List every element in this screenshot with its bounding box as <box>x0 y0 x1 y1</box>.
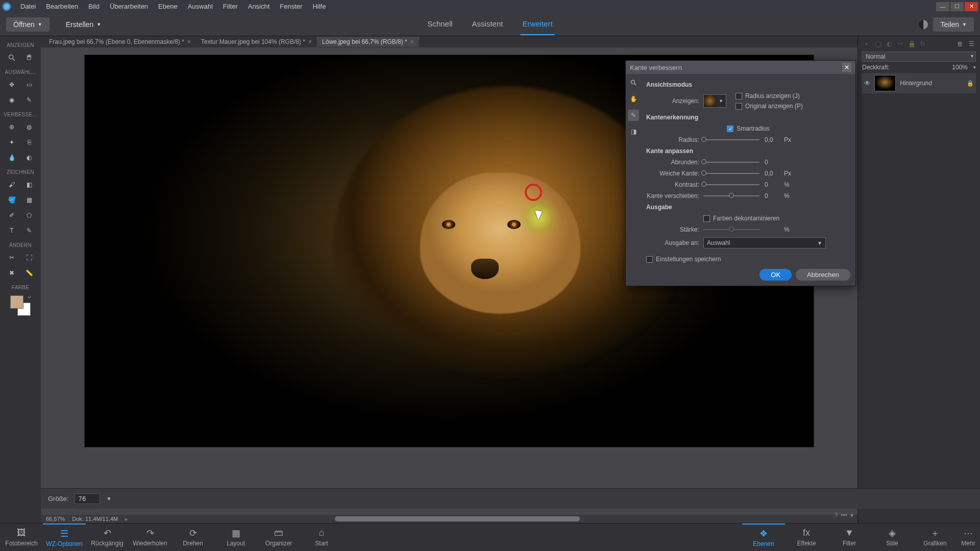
move-tool-icon[interactable]: ✥ <box>5 78 19 91</box>
home-button[interactable]: ⌂Start <box>300 523 343 552</box>
chevron-right-icon[interactable]: ▸ <box>125 516 128 522</box>
maximize-button[interactable]: ☐ <box>950 2 964 11</box>
ok-button[interactable]: OK <box>760 269 792 281</box>
scrollbar-thumb[interactable] <box>335 516 580 521</box>
menu-filter[interactable]: Filter <box>218 3 243 10</box>
feather-slider[interactable] <box>703 173 760 174</box>
marquee-tool-icon[interactable]: ▭ <box>22 78 36 91</box>
lasso-tool-icon[interactable]: ◉ <box>5 93 19 107</box>
size-input[interactable] <box>75 493 100 504</box>
chevron-down-icon[interactable]: ▼ <box>106 496 111 502</box>
contrast-slider[interactable] <box>703 184 760 185</box>
visibility-icon[interactable]: 👁 <box>864 80 870 87</box>
menu-help[interactable]: Hilfe <box>307 3 331 10</box>
tool-options-button[interactable]: ☰WZ-Optionen <box>43 523 86 552</box>
spot-heal-tool-icon[interactable]: ◍ <box>22 120 36 134</box>
close-tab-icon[interactable]: × <box>410 38 414 45</box>
close-button[interactable]: ✕ <box>965 2 978 11</box>
more-icon[interactable]: ••• <box>841 512 847 519</box>
recompose-tool-icon[interactable]: ⛶ <box>22 251 36 264</box>
show-original-checkbox[interactable] <box>736 103 742 110</box>
layer-row[interactable]: 👁 Hintergrund 🔒 <box>862 73 976 93</box>
fill-tool-icon[interactable]: 🪣 <box>5 193 19 207</box>
lock-icon[interactable]: 🔒 <box>967 80 974 87</box>
effects-button[interactable]: fxEffekte <box>785 523 828 552</box>
menu-enhance[interactable]: Überarbeiten <box>105 3 153 10</box>
crop-tool-icon[interactable]: ✂ <box>5 251 19 264</box>
shape-tool-icon[interactable]: ⬠ <box>22 209 36 222</box>
sponge-tool-icon[interactable]: ◐ <box>22 151 36 164</box>
dialog-close-button[interactable]: ✕ <box>842 63 851 72</box>
opacity-value[interactable]: 100% <box>952 64 968 71</box>
horizontal-scrollbar[interactable]: 66,67% Dok: 11,4M/11,4M ▸ <box>41 515 857 523</box>
layer-thumbnail[interactable] <box>874 75 896 91</box>
picker-tool-icon[interactable]: ✐ <box>5 209 19 222</box>
graphics-button[interactable]: ＋Grafiken <box>914 523 957 552</box>
menu-select[interactable]: Auswahl <box>183 3 218 10</box>
organizer-button[interactable]: 🗃Organizer <box>257 523 300 552</box>
menu-edit[interactable]: Bearbeiten <box>41 3 83 10</box>
more-button[interactable]: ⋯Mehr <box>957 523 980 552</box>
refine-brush-tool-icon[interactable]: ✎ <box>628 110 639 121</box>
new-layer-icon[interactable]: ▫ <box>862 39 871 48</box>
blend-mode-select[interactable]: Normal <box>862 52 976 62</box>
undo-button[interactable]: ↶Rückgängig <box>86 523 129 552</box>
chevron-down-icon[interactable]: ▾ <box>973 65 976 70</box>
menu-view[interactable]: Ansicht <box>243 3 275 10</box>
brush-tool-icon[interactable]: 🖌 <box>5 178 19 191</box>
panel-menu-icon[interactable]: ☰ <box>967 39 976 48</box>
create-button[interactable]: Erstellen▼ <box>59 17 108 32</box>
close-tab-icon[interactable]: × <box>187 38 191 45</box>
output-to-select[interactable]: Auswahl▼ <box>703 237 826 248</box>
menu-layer[interactable]: Ebene <box>153 3 183 10</box>
straighten-tool-icon[interactable]: 📏 <box>22 266 36 280</box>
zoom-tool-icon[interactable] <box>5 51 19 64</box>
hand-tool-icon[interactable] <box>22 51 36 64</box>
show-radius-checkbox[interactable] <box>736 93 742 99</box>
layer-name[interactable]: Hintergrund <box>900 80 963 87</box>
smooth-slider[interactable] <box>703 162 760 163</box>
zoom-tool-icon[interactable] <box>628 77 639 88</box>
remember-checkbox[interactable] <box>646 256 653 263</box>
quick-select-tool-icon[interactable]: ✎ <box>22 93 36 107</box>
doc-tab[interactable]: Textur Mauer.jpeg bei 104% (RGB/8) *× <box>196 37 317 47</box>
doc-tab[interactable]: Löwe.jpeg bei 66,7% (RGB/8) *× <box>317 37 419 47</box>
swap-colors-icon[interactable]: ⤾ <box>28 294 32 299</box>
dialog-titlebar[interactable]: Kante verbessern ✕ <box>626 61 855 74</box>
smart-radius-checkbox[interactable]: ✓ <box>727 126 733 132</box>
color-swatch[interactable]: ⤾ <box>10 295 31 316</box>
trash-icon[interactable]: 🗑 <box>955 39 965 48</box>
clone-tool-icon[interactable]: ⎘ <box>22 136 36 149</box>
view-mode-select[interactable]: ▼ <box>703 94 726 108</box>
shift-value[interactable]: 0 <box>765 192 784 199</box>
blur-tool-icon[interactable]: 💧 <box>5 151 19 164</box>
minimize-button[interactable]: — <box>936 2 949 11</box>
theme-toggle-icon[interactable] <box>919 20 928 29</box>
menu-window[interactable]: Fenster <box>275 3 307 10</box>
mode-quick[interactable]: Schnell <box>425 13 454 35</box>
shift-slider[interactable] <box>703 195 760 196</box>
hand-tool-icon[interactable]: ✋ <box>628 93 639 105</box>
smart-brush-tool-icon[interactable]: ✦ <box>5 136 19 149</box>
styles-button[interactable]: ◈Stile <box>871 523 914 552</box>
layers-button[interactable]: ❖Ebenen <box>742 523 785 552</box>
erase-refine-tool-icon[interactable]: ◨ <box>628 126 639 137</box>
mode-guided[interactable]: Assistent <box>470 13 505 35</box>
cancel-button[interactable]: Abbrechen <box>796 269 850 281</box>
foreground-color[interactable] <box>10 295 23 309</box>
content-move-tool-icon[interactable]: ✖ <box>5 266 19 280</box>
open-button[interactable]: Öffnen▼ <box>6 17 50 32</box>
doc-tab[interactable]: Frau.jpeg bei 66,7% (Ebene 0, Ebenenmask… <box>44 37 196 47</box>
smooth-value[interactable]: 0 <box>765 159 784 166</box>
menu-image[interactable]: Bild <box>83 3 105 10</box>
share-button[interactable]: Teilen▼ <box>933 17 974 32</box>
rotate-button[interactable]: ⟳Drehen <box>172 523 214 552</box>
photo-bin-button[interactable]: 🖼Fotobereich <box>0 523 43 552</box>
redeye-tool-icon[interactable]: ⊕ <box>5 120 19 134</box>
filters-button[interactable]: ▼Filter <box>828 523 871 552</box>
menu-file[interactable]: Datei <box>15 3 41 10</box>
eraser-tool-icon[interactable]: ◧ <box>22 178 36 191</box>
help-icon[interactable]: ? <box>835 512 838 519</box>
decontaminate-checkbox[interactable] <box>703 215 710 222</box>
mode-expert[interactable]: Erweitert <box>520 13 554 35</box>
